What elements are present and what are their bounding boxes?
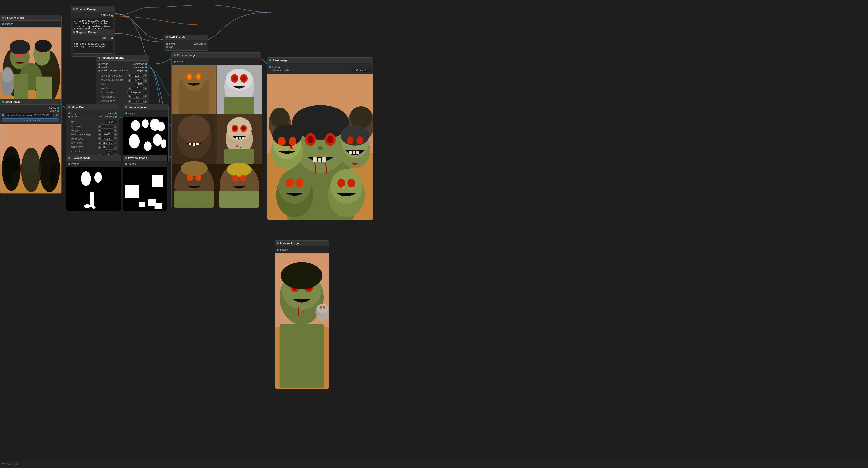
port-left: image bbox=[98, 63, 108, 65]
blend-stepper[interactable]: ◀ 0.000 ▶ bbox=[98, 133, 117, 136]
decrement-btn[interactable]: ◀ bbox=[128, 74, 131, 77]
node-dot bbox=[166, 36, 168, 38]
center-zombie-art bbox=[172, 65, 262, 208]
image-in-label: image bbox=[71, 112, 78, 115]
use-text-stepper[interactable]: ◀ 0 ▶ bbox=[98, 128, 117, 132]
black-level-stepper[interactable]: ◀ 74.944 ▶ bbox=[98, 137, 117, 141]
decrement-btn[interactable]: ◀ bbox=[128, 100, 131, 102]
preview-right-title: Preview Image bbox=[280, 242, 299, 245]
images-port-row: images bbox=[269, 65, 371, 68]
file-input-row: clipspace/clipspace-mask-1979719.0999999… bbox=[2, 113, 59, 117]
pixels-label: pixels bbox=[169, 42, 176, 45]
preview-right-body: images bbox=[275, 246, 329, 253]
svg-point-93 bbox=[84, 204, 90, 208]
constraint-y-stepper[interactable]: ◀ 64 ▶ bbox=[128, 99, 147, 103]
decrement-btn[interactable]: ◀ bbox=[98, 142, 101, 145]
svg-point-34 bbox=[161, 139, 166, 148]
port-left: pixels bbox=[166, 42, 176, 45]
node-canvas[interactable]: Preview Image images bbox=[0, 0, 868, 468]
upload-button[interactable]: choose file to upload bbox=[2, 118, 59, 122]
preview-bottom-left-header: Preview Image bbox=[66, 155, 121, 161]
increment-btn[interactable]: ▶ bbox=[114, 142, 117, 145]
svg-point-128 bbox=[318, 146, 323, 150]
latent-label: LATENT bbox=[194, 42, 203, 45]
svg-rect-88 bbox=[219, 191, 259, 208]
svg-point-139 bbox=[291, 148, 293, 149]
decrement-btn[interactable]: ◀ bbox=[98, 146, 101, 149]
vae-encode-node: VAE Encode pixels LATENT vae bbox=[164, 34, 209, 51]
svg-rect-131 bbox=[322, 157, 326, 162]
preview-image-topleft-header: Preview Image bbox=[0, 15, 61, 21]
constraint-x-stepper[interactable]: ◀ 64 ▶ bbox=[128, 95, 147, 99]
preview-bottom-left-node: Preview Image images bbox=[66, 155, 121, 211]
images-port-row: images bbox=[125, 163, 165, 165]
load-image-preview bbox=[0, 124, 61, 193]
time-display: T: 0.00s bbox=[2, 463, 11, 466]
increment-btn[interactable]: ▶ bbox=[114, 137, 117, 140]
pixels-port-row: pixels LATENT bbox=[166, 42, 206, 45]
increment-btn[interactable]: ▶ bbox=[144, 79, 147, 82]
vae-encode-body: pixels LATENT vae bbox=[164, 40, 208, 50]
increment-btn[interactable]: ▶ bbox=[114, 146, 117, 149]
port-left: mask bbox=[98, 66, 107, 68]
force-resize-height-stepper[interactable]: ◀ 1024 ▶ bbox=[128, 78, 147, 82]
svg-point-145 bbox=[356, 136, 363, 144]
node-dot bbox=[125, 157, 127, 159]
svg-point-85 bbox=[232, 175, 238, 182]
svg-point-30 bbox=[157, 122, 165, 132]
svg-point-74 bbox=[236, 146, 238, 147]
decrement-btn[interactable]: ◀ bbox=[128, 95, 131, 98]
increment-btn[interactable]: ▶ bbox=[144, 95, 147, 98]
padding-stepper[interactable]: ◀ 3 ▶ bbox=[128, 87, 147, 90]
decrement-btn[interactable]: ◀ bbox=[98, 137, 101, 140]
increment-btn[interactable]: ▶ bbox=[144, 87, 147, 90]
svg-point-42 bbox=[196, 75, 200, 79]
increment-btn[interactable]: ▶ bbox=[114, 129, 117, 132]
negative-prompt-title: Negative Prompt bbox=[76, 31, 97, 34]
decrement-btn[interactable]: ◀ bbox=[98, 133, 101, 136]
mask-ops-header: Mask Ops bbox=[66, 104, 119, 110]
port-left: images bbox=[125, 112, 136, 115]
negative-prompt-textarea[interactable]: terrible quality, bad anatomy, crossed e… bbox=[73, 41, 113, 54]
white-level-stepper[interactable]: ◀ 169.444 ▶ bbox=[98, 145, 117, 149]
node-dot bbox=[2, 17, 4, 19]
load-image-art bbox=[0, 124, 61, 193]
svg-rect-87 bbox=[174, 191, 214, 208]
refresh-button[interactable]: ↺ bbox=[55, 113, 59, 117]
mid-level-stepper[interactable]: ◀ 151.056 ▶ bbox=[98, 141, 117, 145]
svg-point-91 bbox=[94, 172, 102, 183]
svg-rect-59 bbox=[193, 143, 195, 146]
decrement-btn[interactable]: ◀ bbox=[128, 79, 131, 82]
decrement-btn[interactable]: ◀ bbox=[98, 129, 101, 132]
bottom-left-preview bbox=[66, 167, 121, 211]
channel-row: channel red bbox=[68, 149, 117, 153]
increment-btn[interactable]: ▶ bbox=[114, 133, 117, 136]
svg-rect-100 bbox=[155, 203, 162, 209]
text-sigma-stepper[interactable]: ◀ 0 ▶ bbox=[98, 124, 117, 128]
mask-in-label: mask bbox=[71, 115, 77, 118]
force-resize-width-stepper[interactable]: ◀ 1024 ▶ bbox=[128, 74, 147, 78]
node-dot bbox=[269, 59, 271, 61]
svg-rect-58 bbox=[189, 143, 191, 146]
images-label: images bbox=[177, 60, 185, 63]
svg-rect-99 bbox=[138, 202, 145, 207]
increment-btn[interactable]: ▶ bbox=[114, 125, 117, 128]
svg-point-140 bbox=[289, 150, 290, 151]
status-bar: T: 0.00s t: 0 bbox=[0, 461, 868, 468]
increment-btn[interactable]: ▶ bbox=[144, 100, 147, 102]
bottom-left-art bbox=[66, 167, 121, 211]
padding-value: 3 bbox=[131, 87, 144, 90]
preview-mask-ops-header: Preview Image bbox=[123, 104, 168, 110]
decrement-btn[interactable]: ◀ bbox=[128, 87, 131, 90]
svg-point-114 bbox=[323, 306, 326, 309]
constraint-y-label: constraint_y bbox=[98, 100, 128, 102]
decrement-btn[interactable]: ◀ bbox=[98, 125, 101, 128]
images-label: images bbox=[128, 163, 136, 165]
mask-out: mask bbox=[108, 112, 117, 115]
channel-value: red bbox=[104, 149, 117, 153]
preview-bottom-mid-node: Preview Image images bbox=[123, 155, 167, 211]
kind-value: RGB bbox=[135, 82, 147, 86]
port-row: images bbox=[2, 23, 59, 25]
increment-btn[interactable]: ▶ bbox=[144, 74, 147, 77]
svg-point-143 bbox=[341, 125, 369, 146]
